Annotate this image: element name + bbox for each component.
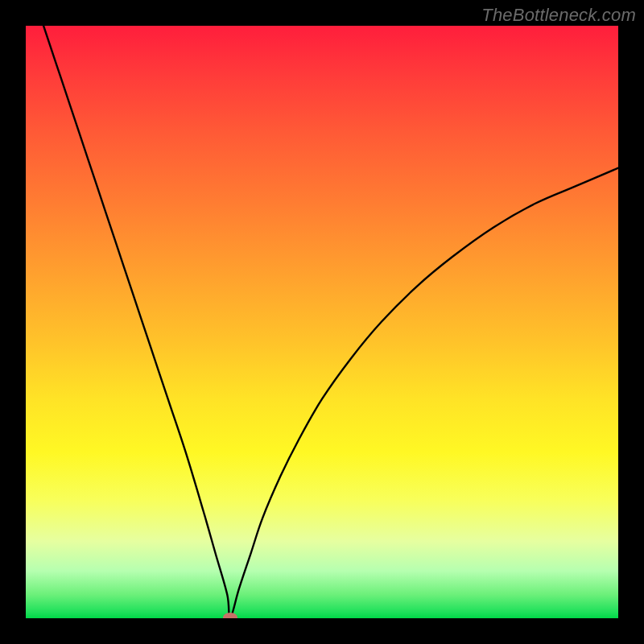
bottleneck-curve — [26, 26, 618, 618]
minimum-marker — [223, 613, 237, 618]
chart-frame: TheBottleneck.com — [0, 0, 644, 644]
watermark-text: TheBottleneck.com — [481, 5, 636, 26]
plot-area — [26, 26, 618, 618]
